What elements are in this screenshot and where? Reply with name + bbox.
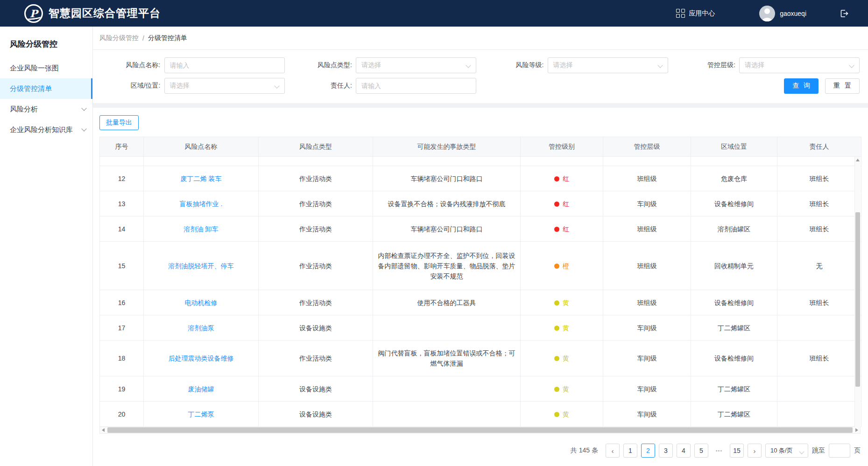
search-button[interactable]: 查 询 (784, 78, 819, 94)
risk-point-name-input[interactable] (164, 57, 285, 73)
risk-point-link[interactable]: 后处理震动类设备维修 (144, 341, 259, 376)
area-location-select[interactable]: 请选择 (164, 78, 285, 94)
table-panel: 批量导出 序号 风险点名称 风险点类型 可能发生的事故类型 管控级别 管控层级 … (93, 108, 868, 466)
pagination-page-5[interactable]: 5 (694, 444, 708, 458)
risk-point-link[interactable]: 溶剂油泵 (144, 315, 259, 341)
jump-page-input[interactable] (829, 444, 850, 458)
col-header-area: 区域位置 (691, 137, 777, 157)
sidebar-item-grading-control-list[interactable]: 分级管控清单 (0, 78, 92, 99)
page-unit-label: 页 (854, 446, 861, 455)
app-title: 智慧园区综合管理平台 (49, 6, 161, 21)
sidebar: 风险分级管控 企业风险一张图 分级管控清单 风险分析 企业风险分析知识库 (0, 27, 93, 466)
col-header-no: 序号 (100, 137, 144, 157)
scroll-left-icon[interactable] (102, 428, 105, 432)
cell-type: 设备设施类 (259, 402, 373, 427)
cell-accident (373, 315, 521, 341)
risk-point-link[interactable]: 溶剂油脱轻塔开、停车 (144, 242, 259, 290)
pagination-page-3[interactable]: 3 (659, 444, 673, 458)
col-header-level: 管控级别 (521, 137, 603, 157)
control-tier-select[interactable]: 请选择 (739, 57, 860, 73)
cell-type: 作业活动类 (259, 216, 373, 242)
pagination-next-button[interactable]: › (748, 444, 762, 458)
cell-accident: 车辆堵塞公司门口和路口 (373, 216, 521, 242)
cell-area: 回收精制单元 (691, 242, 777, 290)
username: gaoxueqi (780, 10, 806, 17)
pagination-ellipsis[interactable]: ••• (712, 444, 726, 458)
pagination-page-2-active[interactable]: 2 (641, 444, 655, 458)
col-header-name: 风险点名称 (144, 137, 259, 157)
risk-point-link[interactable]: 废丁二烯 装车 (144, 166, 259, 191)
table-vertical-scrollbar[interactable] (854, 157, 861, 434)
pagination-page-15[interactable]: 15 (730, 444, 744, 458)
risk-point-link[interactable]: 电动机检修 (144, 290, 259, 315)
cell-level: 红 (521, 216, 603, 242)
pagination-prev-button[interactable]: ‹ (606, 444, 620, 458)
sidebar-item-enterprise-risk-map[interactable]: 企业风险一张图 (0, 58, 92, 78)
cell-no: 18 (100, 341, 144, 376)
risk-point-link[interactable]: 溶剂油 卸车 (144, 216, 259, 242)
table-row: 13 盲板抽堵作业 . 作业活动类 设备置换不合格；设备内残液排放不彻底 红 车… (100, 191, 861, 216)
breadcrumb-separator: / (142, 35, 144, 42)
logout-button[interactable] (839, 8, 849, 19)
horizontal-scroll-thumb[interactable] (107, 427, 853, 433)
reset-button[interactable]: 重 置 (825, 78, 860, 94)
logo-icon: P (24, 4, 43, 23)
batch-export-button[interactable]: 批量导出 (99, 115, 139, 130)
pagination-page-4[interactable]: 4 (677, 444, 691, 458)
cell-tier: 车间级 (603, 315, 691, 341)
table-horizontal-scrollbar[interactable] (99, 427, 861, 434)
table-row: 20 丁二烯泵 设备设施类 黄 车间级 丁二烯罐区 (100, 402, 861, 427)
text-input[interactable] (170, 62, 279, 69)
risk-point-link[interactable]: 盲板抽堵作业 . (144, 191, 259, 216)
cell-accident: 设备置换不合格；设备内残液排放不彻底 (373, 191, 521, 216)
filter-responsible-person: 责任人: (285, 78, 477, 94)
scroll-right-icon[interactable] (855, 428, 858, 432)
cell-accident: 车辆堵塞公司门口和路口 (373, 166, 521, 191)
table-row-partial (100, 157, 861, 166)
cell-owner: 班组长 (777, 166, 861, 191)
level-dot-icon (554, 326, 559, 331)
risk-point-link[interactable]: 丁二烯泵 (144, 402, 259, 427)
breadcrumb-parent[interactable]: 风险分级管控 (99, 34, 139, 42)
level-dot-icon (554, 202, 559, 207)
cell-area: 丁二烯罐区 (691, 402, 777, 427)
cell-area: 丁二烯罐区 (691, 315, 777, 341)
breadcrumb: 风险分级管控 / 分级管控清单 (93, 27, 868, 50)
cell-type: 设备设施类 (259, 315, 373, 341)
text-input[interactable] (361, 82, 471, 90)
cell-no: 20 (100, 402, 144, 427)
cell-no: 15 (100, 242, 144, 290)
pagination-page-1[interactable]: 1 (623, 444, 637, 458)
filter-label: 风险点名称: (93, 61, 164, 70)
app-center-button[interactable]: 应用中心 (676, 9, 715, 18)
level-dot-icon (554, 176, 559, 181)
cell-level: 黄 (521, 341, 603, 376)
cell-type: 作业活动类 (259, 191, 373, 216)
scroll-up-icon[interactable] (856, 159, 860, 161)
responsible-person-input[interactable] (356, 78, 476, 94)
sidebar-item-label: 风险分析 (10, 105, 38, 114)
table-row: 18 后处理震动类设备维修 作业活动类 阀门代替盲板，盲板加堵位置错误或不合格；… (100, 341, 861, 376)
cell-level: 黄 (521, 290, 603, 315)
cell-level: 红 (521, 191, 603, 216)
risk-point-link[interactable]: 废油储罐 (144, 376, 259, 402)
cell-area: 溶剂油罐区 (691, 216, 777, 242)
sidebar-item-risk-knowledge-base[interactable]: 企业风险分析知识库 (0, 119, 92, 140)
cell-level: 红 (521, 166, 603, 191)
level-dot-icon (554, 412, 559, 417)
risk-level-select[interactable]: 请选择 (548, 57, 668, 73)
table-row: 17 溶剂油泵 设备设施类 黄 车间级 丁二烯罐区 (100, 315, 861, 341)
cell-owner: 班组长 (777, 191, 861, 216)
risk-point-type-select[interactable]: 请选择 (356, 57, 476, 73)
sidebar-item-label: 企业风险一张图 (10, 64, 59, 73)
filter-label: 责任人: (285, 82, 356, 90)
user-menu[interactable]: gaoxueqi (759, 6, 806, 21)
level-dot-icon (554, 264, 559, 269)
cell-accident: 内部检查票证办理不齐全、监护不到位，回装设备内部遗留物、影响开车质量、物品脱落、… (373, 242, 521, 290)
page-size-select[interactable]: 10 条/页 (765, 444, 808, 458)
vertical-scroll-thumb[interactable] (855, 212, 860, 387)
cell-owner (777, 376, 861, 402)
sidebar-item-risk-analysis[interactable]: 风险分析 (0, 99, 92, 119)
cell-area: 设备检维修间 (691, 341, 777, 376)
cell-no: 13 (100, 191, 144, 216)
